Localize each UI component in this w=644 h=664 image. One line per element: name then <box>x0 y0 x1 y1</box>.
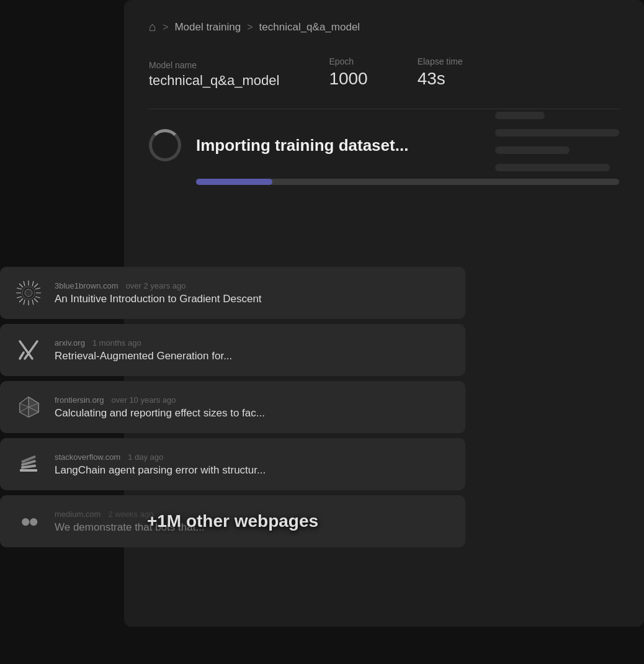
breadcrumb-model-name[interactable]: technical_q&a_model <box>259 21 360 34</box>
skeleton-bar-4 <box>495 164 610 171</box>
list-item[interactable]: ●● medium.com 2 weeks ago We demonstrate… <box>0 495 465 547</box>
card-meta: stackoverflow.com 1 day ago <box>55 452 453 462</box>
card-time: over 2 years ago <box>126 281 186 290</box>
card-title: Retrieval-Augmented Generation for... <box>55 350 453 362</box>
breadcrumb-sep-2: > <box>247 22 253 33</box>
card-icon-3b1b <box>12 277 45 309</box>
model-name-value: technical_q&a_model <box>149 73 279 89</box>
elapsed-label: Elapse time <box>418 56 463 66</box>
epoch-group: Epoch 1000 <box>329 56 367 89</box>
elapsed-group: Elapse time 43s <box>418 56 463 89</box>
list-item[interactable]: frontiersin.org over 10 years ago Calcul… <box>0 381 465 433</box>
svg-point-17 <box>25 289 32 297</box>
card-time: over 10 years ago <box>111 395 176 405</box>
svg-line-7 <box>34 284 38 287</box>
svg-line-13 <box>17 288 22 289</box>
loading-spinner <box>149 129 181 161</box>
svg-line-6 <box>34 298 38 302</box>
home-icon[interactable]: ⌂ <box>149 20 156 34</box>
card-icon-frontiersin <box>12 391 45 423</box>
progress-bar-fill <box>196 179 272 185</box>
progress-bar-container <box>196 179 619 185</box>
svg-line-10 <box>32 281 34 286</box>
card-title: Calculating and reporting effect sizes t… <box>55 407 453 419</box>
svg-rect-31 <box>20 469 37 472</box>
divider <box>149 109 619 109</box>
card-meta: frontiersin.org over 10 years ago <box>55 395 453 405</box>
card-time: 1 day ago <box>128 452 163 462</box>
skeleton-bars <box>495 112 619 171</box>
card-time: 1 months ago <box>92 338 141 348</box>
card-source: arxiv.org <box>55 338 85 348</box>
card-content: stackoverflow.com 1 day ago LangChain ag… <box>55 452 453 477</box>
breadcrumb: ⌂ > Model training > technical_q&a_model <box>149 20 619 34</box>
breadcrumb-sep-1: > <box>163 22 168 33</box>
card-title: An Intuitive Introduction to Gradient De… <box>55 293 453 305</box>
more-pages-text: +1M other webpages <box>147 511 318 531</box>
svg-line-8 <box>19 298 23 302</box>
svg-line-16 <box>35 297 40 298</box>
model-name-label: Model name <box>149 60 279 70</box>
list-item[interactable]: arxiv.org 1 months ago Retrieval-Augment… <box>0 324 465 376</box>
skeleton-bar-2 <box>495 129 619 137</box>
card-content: frontiersin.org over 10 years ago Calcul… <box>55 395 453 419</box>
card-meta: 3blue1brown.com over 2 years ago <box>55 281 453 290</box>
card-content: 3blue1brown.com over 2 years ago An Intu… <box>55 281 453 305</box>
card-source: stackoverflow.com <box>55 452 120 462</box>
elapsed-value: 43s <box>418 69 463 89</box>
card-title: LangChain agent parsing error with struc… <box>55 464 453 477</box>
card-icon-arxiv <box>12 334 45 366</box>
loading-status-text: Importing training dataset... <box>196 136 408 155</box>
card-source: 3blue1brown.com <box>55 281 119 290</box>
list-item[interactable]: stackoverflow.com 1 day ago LangChain ag… <box>0 438 465 490</box>
skeleton-bar-1 <box>495 112 545 119</box>
svg-line-9 <box>24 281 25 286</box>
svg-line-12 <box>32 300 34 305</box>
model-name-group: Model name technical_q&a_model <box>149 60 279 89</box>
svg-line-11 <box>24 300 25 305</box>
list-item[interactable]: 3blue1brown.com over 2 years ago An Intu… <box>0 267 465 319</box>
svg-line-15 <box>35 288 40 289</box>
card-content: arxiv.org 1 months ago Retrieval-Augment… <box>55 338 453 362</box>
svg-line-20 <box>20 352 24 359</box>
breadcrumb-model-training[interactable]: Model training <box>174 21 241 34</box>
card-icon-stackoverflow <box>12 448 45 480</box>
skeleton-bar-3 <box>495 146 570 154</box>
cards-panel: 3blue1brown.com over 2 years ago An Intu… <box>0 267 465 664</box>
epoch-label: Epoch <box>329 56 367 66</box>
card-source: frontiersin.org <box>55 395 104 405</box>
card-meta: arxiv.org 1 months ago <box>55 338 453 348</box>
epoch-value: 1000 <box>329 69 367 89</box>
model-info: Model name technical_q&a_model Epoch 100… <box>149 56 619 89</box>
svg-line-5 <box>19 284 23 287</box>
svg-line-14 <box>17 297 22 298</box>
